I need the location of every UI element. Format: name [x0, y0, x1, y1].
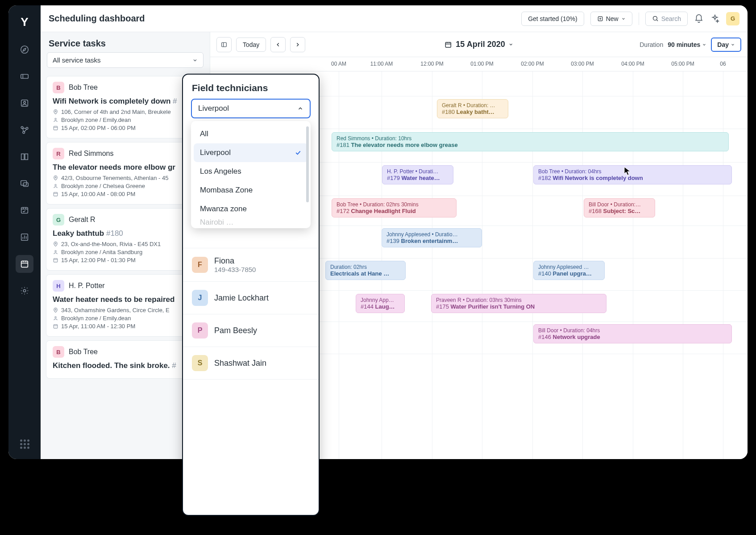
zone-option[interactable]: Los Angeles: [194, 162, 308, 181]
event-meta: Johnny Appleseed • Duratio…: [386, 231, 477, 238]
tech-name: Shashwat Jain: [214, 359, 266, 368]
task-title: The elevator needs more elbow gr: [53, 163, 198, 172]
schedule-event[interactable]: H. P. Potter • Durati…#179 Water heate…: [382, 165, 453, 184]
task-address: 23, Ox-and-the-Moon, Rivia - E45 DX1: [53, 241, 198, 247]
schedule-event[interactable]: Geralt R • Duration: …#180 Leaky batht…: [437, 99, 508, 118]
zone-select[interactable]: Liverpool: [191, 99, 311, 118]
event-meta: Red Simmons • Duration: 10hrs: [336, 135, 724, 142]
chevron-down-icon: [509, 42, 514, 47]
zone-option[interactable]: Liverpool: [194, 143, 308, 162]
date-picker[interactable]: 15 April 2020: [444, 40, 513, 49]
time-tick: 05:00 PM: [671, 61, 694, 67]
owner-badge: B: [53, 82, 64, 93]
time-tick: 00 AM: [331, 61, 346, 67]
task-card[interactable]: RRed SimmonsThe elevator needs more elbo…: [46, 142, 204, 205]
event-title: #140 Panel upgra…: [538, 270, 600, 277]
schedule-event[interactable]: Bob Tree • Duration: 04hrs#182 Wifi Netw…: [533, 165, 732, 184]
nav-field-icon[interactable]: [16, 201, 33, 219]
nav-settings-icon[interactable]: [16, 282, 33, 300]
ai-sparkle-icon[interactable]: [710, 14, 720, 24]
nav-user-icon[interactable]: [16, 94, 33, 112]
owner-badge: B: [53, 346, 64, 358]
svg-point-18: [55, 177, 56, 178]
task-card[interactable]: GGeralt RLeaky bathtub #18023, Ox-and-th…: [46, 208, 204, 271]
event-meta: Bob Tree • Duration: 04hrs: [538, 168, 727, 175]
schedule-event[interactable]: Bob Tree • Duration: 02hrs 30mins#172 Ch…: [332, 198, 457, 217]
event-title: #139 Broken entertainm…: [386, 238, 477, 244]
nav-network-icon[interactable]: [16, 121, 33, 139]
schedule-event[interactable]: Bill Door • Duration:…#168 Subject: Sc…: [584, 198, 655, 217]
user-avatar[interactable]: G: [726, 12, 739, 25]
technician-item[interactable]: SShashwat Jain: [183, 347, 319, 380]
task-card[interactable]: HH. P. PotterWater heater needs to be re…: [46, 274, 204, 337]
chevron-down-icon: [731, 42, 735, 47]
prev-day-button[interactable]: [270, 37, 286, 52]
event-title: #168 Subject: Sc…: [589, 208, 650, 214]
nav-reports-icon[interactable]: [16, 228, 33, 246]
schedule-event[interactable]: Johnny App…#144 Laug…: [356, 294, 405, 313]
event-title: #181 The elevator needs more elbow greas…: [336, 142, 724, 148]
schedule-event[interactable]: Johnny Appleseed …#140 Panel upgra…: [533, 261, 605, 280]
nav-chat-icon[interactable]: [16, 175, 33, 192]
schedule-event[interactable]: Bill Door • Duration: 04hrs#146 Network …: [533, 324, 732, 343]
search-button[interactable]: Search: [645, 12, 688, 26]
time-tick: 11:00 AM: [370, 61, 393, 67]
schedule-event[interactable]: Red Simmons • Duration: 10hrs#181 The el…: [332, 132, 729, 151]
task-title: Kitchen flooded. The sink broke. #: [53, 361, 198, 370]
duration-select[interactable]: 90 minutes: [668, 41, 706, 48]
tech-badge: S: [192, 355, 208, 371]
top-bar: Scheduling dashboard Get started (10%) N…: [41, 5, 748, 32]
svg-point-3: [24, 101, 26, 104]
event-title: #175 Water Purifier isn't Turning ON: [436, 303, 602, 310]
technician-item[interactable]: FFiona149-433-7850: [183, 248, 319, 282]
event-meta: Praveen R • Duration: 03hrs 30mins: [436, 297, 602, 303]
event-title: #182 Wifi Network is completely down: [538, 175, 727, 181]
owner-name: H. P. Potter: [69, 282, 105, 290]
nav-ticket-icon[interactable]: [16, 67, 33, 85]
get-started-button[interactable]: Get started (10%): [521, 12, 584, 26]
event-title: #144 Laug…: [361, 303, 400, 310]
tech-badge: J: [192, 290, 208, 306]
technician-item[interactable]: PPam Beesly: [183, 314, 319, 347]
nav-schedule-icon[interactable]: [16, 255, 33, 273]
chevron-down-icon: [621, 17, 626, 21]
nav-book-icon[interactable]: [16, 148, 33, 166]
schedule-event[interactable]: Duration: 02hrs Electricals at Hane …: [325, 261, 406, 280]
today-button[interactable]: Today: [236, 38, 266, 52]
zone-option[interactable]: Nairobi …: [194, 218, 308, 225]
task-card[interactable]: BBob TreeWifi Network is completely down…: [46, 76, 204, 138]
zone-option[interactable]: Mombasa Zone: [194, 181, 308, 200]
next-day-button[interactable]: [290, 37, 305, 52]
scrollbar[interactable]: [306, 126, 309, 202]
svg-point-0: [21, 46, 29, 54]
chevron-down-icon: [192, 58, 198, 63]
schedule-event[interactable]: Johnny Appleseed • Duratio…#139 Broken e…: [382, 228, 482, 247]
technician-item[interactable]: JJamie Lockhart: [183, 282, 319, 314]
notifications-icon[interactable]: [694, 14, 704, 24]
schedule-event[interactable]: Praveen R • Duration: 03hrs 30mins#175 W…: [431, 294, 606, 313]
task-filter-select[interactable]: All service tasks: [47, 52, 204, 68]
time-tick: 01:00 PM: [470, 61, 493, 67]
event-title: #146 Network upgrade: [538, 334, 727, 340]
view-select[interactable]: Day: [711, 38, 741, 52]
svg-rect-17: [54, 126, 58, 130]
svg-rect-26: [54, 325, 58, 328]
svg-point-21: [55, 243, 56, 244]
tech-name: Jamie Lockhart: [214, 293, 269, 303]
check-icon: [295, 149, 302, 156]
zone-option[interactable]: All: [194, 125, 308, 143]
task-title: Water heater needs to be repaired: [53, 295, 198, 304]
event-meta: Bill Door • Duration:…: [589, 201, 650, 208]
panel-title: Field technicians: [183, 75, 319, 99]
svg-rect-1: [21, 74, 29, 78]
event-title: Electricals at Hane …: [330, 270, 401, 277]
apps-grid-icon[interactable]: [16, 435, 33, 453]
event-meta: Duration: 02hrs: [330, 264, 401, 270]
svg-point-25: [55, 317, 56, 318]
zone-option[interactable]: Mwanza zone: [194, 200, 308, 218]
toggle-sidebar-icon[interactable]: [216, 37, 232, 52]
svg-point-15: [55, 111, 56, 112]
new-button[interactable]: New: [590, 12, 632, 26]
task-card[interactable]: BBob TreeKitchen flooded. The sink broke…: [46, 340, 204, 379]
nav-compass-icon[interactable]: [16, 41, 33, 59]
